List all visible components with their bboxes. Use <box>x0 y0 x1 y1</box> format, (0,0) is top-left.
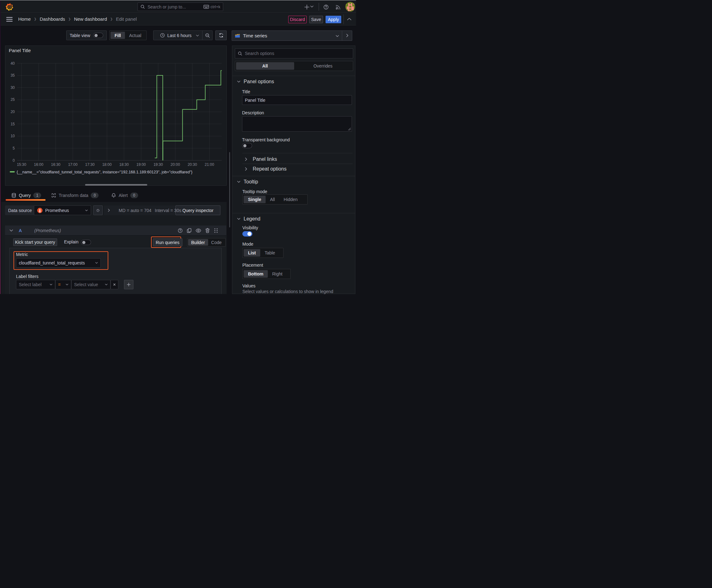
svg-text:16:00: 16:00 <box>34 162 43 167</box>
svg-text:30: 30 <box>11 85 15 90</box>
svg-text:0: 0 <box>13 158 15 163</box>
svg-text:16:30: 16:30 <box>51 162 60 167</box>
svg-text:20:30: 20:30 <box>188 162 197 167</box>
svg-text:20: 20 <box>11 110 15 114</box>
svg-text:21:00: 21:00 <box>205 162 214 167</box>
svg-text:25: 25 <box>11 97 15 102</box>
svg-text:17:30: 17:30 <box>85 162 94 167</box>
svg-text:18:00: 18:00 <box>102 162 112 167</box>
svg-text:18:30: 18:30 <box>119 162 129 167</box>
svg-text:40: 40 <box>11 61 15 66</box>
svg-text:17:00: 17:00 <box>68 162 78 167</box>
svg-text:20:00: 20:00 <box>170 162 180 167</box>
svg-text:{__name__="cloudflared_tunnel_: {__name__="cloudflared_tunnel_total_requ… <box>17 170 192 174</box>
svg-text:10: 10 <box>11 134 15 138</box>
svg-text:15: 15 <box>11 122 15 126</box>
svg-text:5: 5 <box>13 146 15 150</box>
svg-text:15:30: 15:30 <box>17 162 26 167</box>
svg-text:19:30: 19:30 <box>153 162 163 167</box>
svg-text:35: 35 <box>11 73 15 78</box>
svg-text:19:00: 19:00 <box>136 162 146 167</box>
